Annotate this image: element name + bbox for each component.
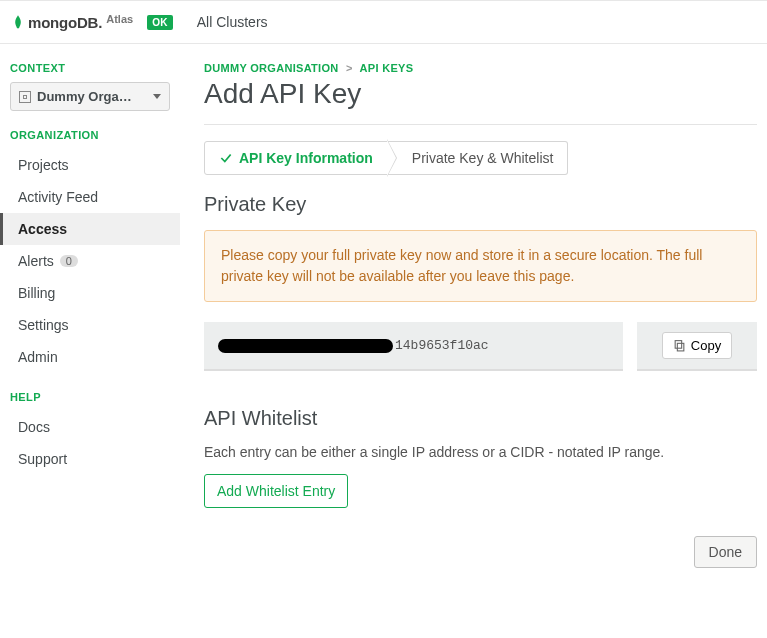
step-indicator: API Key Information Private Key & Whitel… (204, 141, 757, 175)
private-key-heading: Private Key (204, 193, 757, 216)
private-key-suffix: 14b9653f10ac (395, 338, 489, 353)
divider (204, 124, 757, 125)
copy-icon (673, 339, 686, 352)
all-clusters-link[interactable]: All Clusters (197, 14, 268, 30)
check-icon (219, 151, 233, 165)
context-value: Dummy Organ… (37, 89, 137, 104)
context-selector[interactable]: Dummy Organ… (10, 82, 170, 111)
logo-text: mongoDB. (28, 14, 102, 31)
step-private-key-whitelist[interactable]: Private Key & Whitelist (388, 141, 569, 175)
copy-column: Copy (637, 322, 757, 371)
sidebar-item-alerts[interactable]: Alerts0 (0, 245, 180, 277)
sidebar-item-docs[interactable]: Docs (0, 411, 180, 443)
done-button[interactable]: Done (694, 536, 757, 568)
page-title: Add API Key (204, 78, 757, 110)
breadcrumb-org[interactable]: DUMMY ORGANISATION (204, 62, 339, 74)
main-content: DUMMY ORGANISATION > API KEYS Add API Ke… (180, 44, 767, 588)
status-badge-ok: OK (147, 15, 173, 30)
logo[interactable]: mongoDB. Atlas (10, 11, 133, 33)
private-key-value: 14b9653f10ac (204, 322, 623, 371)
org-icon (19, 91, 31, 103)
sidebar-item-access[interactable]: Access (0, 213, 180, 245)
breadcrumb: DUMMY ORGANISATION > API KEYS (204, 62, 757, 74)
sidebar-item-billing[interactable]: Billing (0, 277, 180, 309)
help-heading: HELP (0, 391, 180, 411)
svg-rect-1 (675, 341, 682, 349)
sidebar: CONTEXT Dummy Organ… ORGANIZATION Projec… (0, 44, 180, 588)
step-api-key-info[interactable]: API Key Information (204, 141, 388, 175)
redacted-portion (218, 339, 393, 353)
sidebar-item-activity-feed[interactable]: Activity Feed (0, 181, 180, 213)
alerts-count-badge: 0 (60, 255, 78, 267)
private-key-row: 14b9653f10ac Copy (204, 322, 757, 371)
mongodb-leaf-icon (10, 11, 26, 33)
footer-actions: Done (204, 536, 757, 568)
whitelist-description: Each entry can be either a single IP add… (204, 444, 757, 460)
breadcrumb-page[interactable]: API KEYS (360, 62, 414, 74)
add-whitelist-entry-button[interactable]: Add Whitelist Entry (204, 474, 348, 508)
sidebar-item-admin[interactable]: Admin (0, 341, 180, 373)
topbar: mongoDB. Atlas OK All Clusters (0, 0, 767, 44)
context-heading: CONTEXT (0, 62, 180, 82)
copy-button[interactable]: Copy (662, 332, 732, 359)
chevron-down-icon (153, 94, 161, 99)
sidebar-item-settings[interactable]: Settings (0, 309, 180, 341)
private-key-warning: Please copy your full private key now an… (204, 230, 757, 302)
api-whitelist-heading: API Whitelist (204, 407, 757, 430)
sidebar-item-projects[interactable]: Projects (0, 149, 180, 181)
breadcrumb-sep: > (346, 62, 353, 74)
svg-rect-0 (677, 343, 684, 351)
sidebar-item-support[interactable]: Support (0, 443, 180, 475)
organization-heading: ORGANIZATION (0, 129, 180, 149)
logo-subtext: Atlas (106, 13, 133, 25)
